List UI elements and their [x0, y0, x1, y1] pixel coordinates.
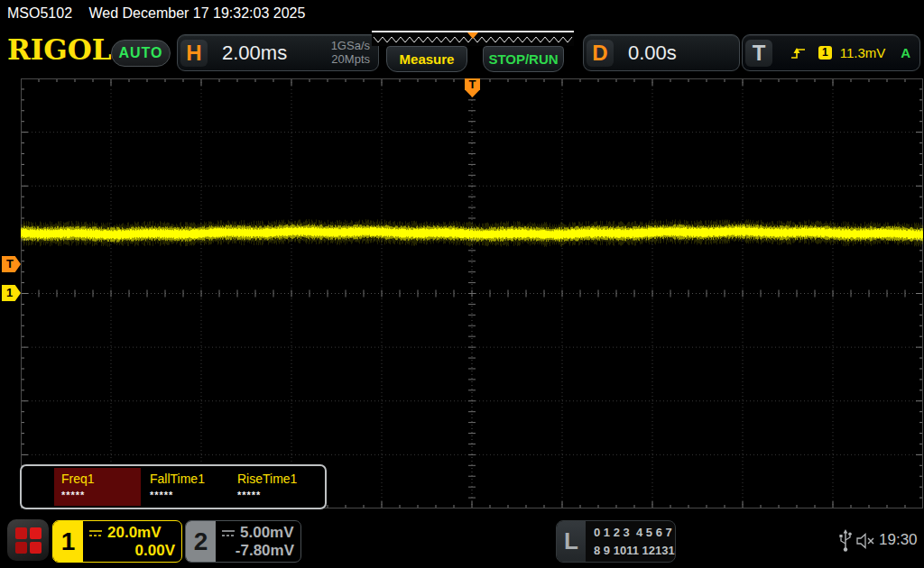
delay-settings-block[interactable]: D 0.00s — [583, 34, 740, 71]
apps-icon-square — [15, 527, 27, 539]
channel1-values: 20.0mV 0.00V — [83, 521, 181, 562]
measurement-label: Freq1 — [61, 472, 141, 486]
horizontal-label: H — [180, 40, 208, 67]
apps-icon-square — [30, 542, 42, 554]
speaker-muted-icon — [856, 532, 876, 550]
memory-depth-value: 20Mpts — [331, 53, 370, 67]
channel1-offset: 0.00V — [88, 542, 175, 560]
channel2-offset: -7.80mV — [221, 542, 294, 560]
model-label: MSO5102 — [7, 5, 72, 21]
channel2-values: 5.00mV -7.80mV — [216, 521, 300, 562]
position-marker-icon — [467, 32, 478, 39]
logic-row-2: 8 9 1011 12131415 — [594, 542, 676, 560]
trigger-label: T — [745, 40, 772, 67]
measurement-item-falltime1[interactable]: FallTime1 ***** — [143, 468, 229, 506]
dc-coupling-icon — [88, 528, 103, 537]
trigger-level-value: 11.3mV — [840, 45, 886, 60]
channel1-offset-marker[interactable]: 1 — [2, 285, 21, 301]
measurement-item-risetime1[interactable]: RiseTime1 ***** — [230, 468, 320, 506]
clock-label: 19:30 — [879, 531, 918, 549]
oscilloscope-screen: MSO5102 Wed December 17 19:32:03 2025 RI… — [0, 0, 924, 568]
sample-rate-value: 1GSa/s — [331, 40, 370, 53]
acquisition-info: 1GSa/s 20Mpts — [331, 40, 370, 67]
dc-coupling-icon — [221, 528, 236, 537]
stop-run-button[interactable]: STOP/RUN — [483, 46, 564, 72]
measurement-value: ***** — [61, 490, 141, 500]
channel1-trace — [21, 78, 923, 508]
delay-value: 0.00s — [628, 41, 677, 65]
apps-icon-square — [30, 527, 42, 539]
timebase-value: 2.00ms — [222, 41, 287, 65]
horizontal-settings-block[interactable]: H 2.00ms 1GSa/s 20Mpts — [177, 34, 379, 71]
measure-button[interactable]: Measure — [386, 46, 467, 72]
rising-edge-icon — [790, 45, 806, 60]
measurement-item-freq1[interactable]: Freq1 ***** — [54, 468, 141, 506]
measurements-panel: Freq1 ***** FallTime1 ***** RiseTime1 **… — [20, 464, 327, 509]
trigger-level-marker[interactable]: T — [2, 256, 21, 272]
channel2-status-block[interactable]: 2 5.00mV -7.80mV — [185, 520, 301, 563]
trigger-status: A — [901, 45, 910, 60]
usb-icon — [838, 528, 853, 554]
measurement-value: ***** — [237, 490, 320, 500]
channel1-status-block[interactable]: 1 20.0mV 0.00V — [52, 520, 182, 563]
logic-row-1: 0 1 2 3 4 5 6 7 — [594, 524, 676, 542]
rigol-logo: RIGOL — [7, 33, 112, 66]
measurement-value: ***** — [150, 490, 229, 500]
channel1-scale: 20.0mV — [107, 524, 162, 542]
apps-menu-icon[interactable] — [7, 519, 49, 561]
apps-icon-square — [15, 542, 27, 554]
trigger-settings-block[interactable]: T 1 11.3mV A — [742, 34, 920, 71]
channel2-number: 2 — [186, 521, 216, 562]
delay-label: D — [587, 40, 614, 67]
measurement-label: RiseTime1 — [237, 472, 320, 486]
channel1-number: 1 — [53, 521, 83, 562]
trigger-source-badge: 1 — [818, 46, 832, 60]
trigger-sweep-mode-badge: AUTO — [111, 40, 171, 67]
channel2-scale: 5.00mV — [240, 524, 294, 542]
waveform-position-indicator[interactable] — [372, 31, 574, 46]
logic-label: L — [557, 521, 586, 562]
logic-channels-block[interactable]: L 0 1 2 3 4 5 6 7 8 9 1011 12131415 — [556, 520, 676, 563]
logic-channel-list: 0 1 2 3 4 5 6 7 8 9 1011 12131415 — [586, 521, 676, 562]
measurement-label: FallTime1 — [150, 472, 229, 486]
titlebar: MSO5102 Wed December 17 19:32:03 2025 — [7, 5, 305, 22]
datetime-label: Wed December 17 19:32:03 2025 — [89, 5, 306, 21]
